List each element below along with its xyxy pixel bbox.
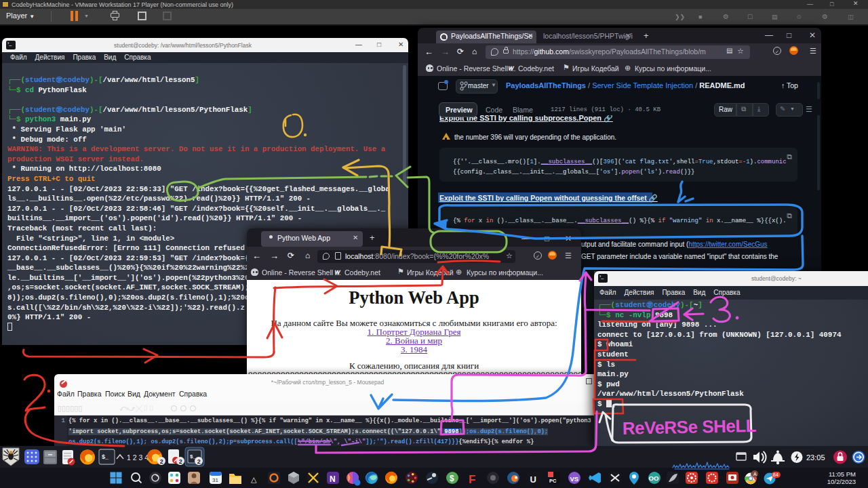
svg-text:△: △ [251,475,257,483]
svg-text:OO: OO [649,474,659,482]
svg-text:N: N [330,474,336,484]
svg-text:PC: PC [549,478,557,484]
svg-text:$: $ [450,474,454,483]
svg-text:10/2/2023: 10/2/2023 [827,478,856,485]
svg-text:11:05 PM: 11:05 PM [829,470,856,478]
svg-text:1 2 3 4: 1 2 3 4 [127,453,149,462]
svg-text:$_: $_ [102,453,109,460]
svg-text:U: U [530,474,536,485]
svg-text:2: 2 [160,458,163,465]
svg-text:2: 2 [179,458,182,465]
svg-text:31: 31 [212,477,218,483]
svg-text:A: A [753,472,757,476]
svg-text:23:05: 23:05 [806,453,825,462]
svg-text:VS: VS [570,475,579,483]
svg-text:F: F [469,473,475,486]
svg-text:2: 2 [197,458,201,465]
svg-text:84: 84 [773,472,778,478]
